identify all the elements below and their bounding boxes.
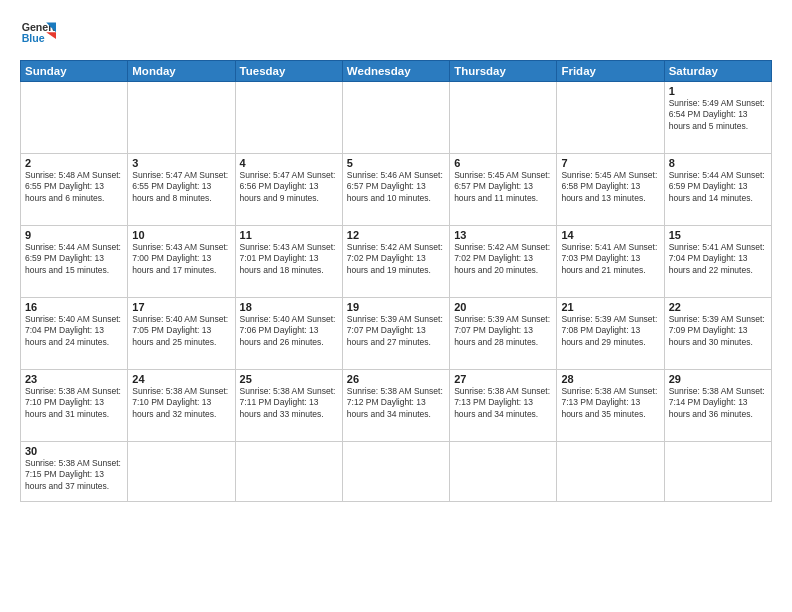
day-number: 4 (240, 157, 338, 169)
calendar-cell (128, 442, 235, 502)
weekday-header-row: SundayMondayTuesdayWednesdayThursdayFrid… (21, 61, 772, 82)
day-number: 8 (669, 157, 767, 169)
weekday-monday: Monday (128, 61, 235, 82)
day-number: 17 (132, 301, 230, 313)
calendar-cell: 1Sunrise: 5:49 AM Sunset: 6:54 PM Daylig… (664, 82, 771, 154)
calendar-table: SundayMondayTuesdayWednesdayThursdayFrid… (20, 60, 772, 502)
day-number: 24 (132, 373, 230, 385)
calendar-cell: 29Sunrise: 5:38 AM Sunset: 7:14 PM Dayli… (664, 370, 771, 442)
calendar-cell: 26Sunrise: 5:38 AM Sunset: 7:12 PM Dayli… (342, 370, 449, 442)
day-number: 20 (454, 301, 552, 313)
day-info: Sunrise: 5:38 AM Sunset: 7:10 PM Dayligh… (25, 386, 123, 420)
day-number: 1 (669, 85, 767, 97)
day-info: Sunrise: 5:40 AM Sunset: 7:05 PM Dayligh… (132, 314, 230, 348)
calendar-week-4: 16Sunrise: 5:40 AM Sunset: 7:04 PM Dayli… (21, 298, 772, 370)
calendar-cell: 3Sunrise: 5:47 AM Sunset: 6:55 PM Daylig… (128, 154, 235, 226)
calendar-cell: 22Sunrise: 5:39 AM Sunset: 7:09 PM Dayli… (664, 298, 771, 370)
calendar-cell: 15Sunrise: 5:41 AM Sunset: 7:04 PM Dayli… (664, 226, 771, 298)
day-info: Sunrise: 5:38 AM Sunset: 7:10 PM Dayligh… (132, 386, 230, 420)
calendar-week-6: 30Sunrise: 5:38 AM Sunset: 7:15 PM Dayli… (21, 442, 772, 502)
day-info: Sunrise: 5:47 AM Sunset: 6:55 PM Dayligh… (132, 170, 230, 204)
day-number: 9 (25, 229, 123, 241)
calendar-cell (21, 82, 128, 154)
calendar-cell: 4Sunrise: 5:47 AM Sunset: 6:56 PM Daylig… (235, 154, 342, 226)
day-number: 15 (669, 229, 767, 241)
calendar-cell: 20Sunrise: 5:39 AM Sunset: 7:07 PM Dayli… (450, 298, 557, 370)
calendar-cell: 13Sunrise: 5:42 AM Sunset: 7:02 PM Dayli… (450, 226, 557, 298)
day-info: Sunrise: 5:38 AM Sunset: 7:13 PM Dayligh… (561, 386, 659, 420)
day-number: 21 (561, 301, 659, 313)
calendar-cell: 2Sunrise: 5:48 AM Sunset: 6:55 PM Daylig… (21, 154, 128, 226)
weekday-thursday: Thursday (450, 61, 557, 82)
day-number: 19 (347, 301, 445, 313)
day-info: Sunrise: 5:39 AM Sunset: 7:09 PM Dayligh… (669, 314, 767, 348)
day-info: Sunrise: 5:40 AM Sunset: 7:06 PM Dayligh… (240, 314, 338, 348)
day-number: 18 (240, 301, 338, 313)
day-number: 22 (669, 301, 767, 313)
day-number: 6 (454, 157, 552, 169)
calendar-cell (128, 82, 235, 154)
calendar-cell (557, 82, 664, 154)
weekday-tuesday: Tuesday (235, 61, 342, 82)
day-info: Sunrise: 5:39 AM Sunset: 7:08 PM Dayligh… (561, 314, 659, 348)
calendar-cell (664, 442, 771, 502)
calendar-cell: 6Sunrise: 5:45 AM Sunset: 6:57 PM Daylig… (450, 154, 557, 226)
calendar-cell: 17Sunrise: 5:40 AM Sunset: 7:05 PM Dayli… (128, 298, 235, 370)
day-info: Sunrise: 5:45 AM Sunset: 6:57 PM Dayligh… (454, 170, 552, 204)
day-info: Sunrise: 5:39 AM Sunset: 7:07 PM Dayligh… (454, 314, 552, 348)
calendar-cell: 7Sunrise: 5:45 AM Sunset: 6:58 PM Daylig… (557, 154, 664, 226)
day-info: Sunrise: 5:41 AM Sunset: 7:04 PM Dayligh… (669, 242, 767, 276)
calendar-cell: 18Sunrise: 5:40 AM Sunset: 7:06 PM Dayli… (235, 298, 342, 370)
calendar-week-5: 23Sunrise: 5:38 AM Sunset: 7:10 PM Dayli… (21, 370, 772, 442)
calendar-cell (235, 442, 342, 502)
day-number: 16 (25, 301, 123, 313)
calendar-cell (557, 442, 664, 502)
calendar-cell: 16Sunrise: 5:40 AM Sunset: 7:04 PM Dayli… (21, 298, 128, 370)
calendar-cell (235, 82, 342, 154)
calendar-cell (342, 82, 449, 154)
calendar-cell: 10Sunrise: 5:43 AM Sunset: 7:00 PM Dayli… (128, 226, 235, 298)
calendar-week-2: 2Sunrise: 5:48 AM Sunset: 6:55 PM Daylig… (21, 154, 772, 226)
calendar-cell (450, 442, 557, 502)
day-info: Sunrise: 5:38 AM Sunset: 7:11 PM Dayligh… (240, 386, 338, 420)
day-number: 30 (25, 445, 123, 457)
calendar-cell: 19Sunrise: 5:39 AM Sunset: 7:07 PM Dayli… (342, 298, 449, 370)
day-info: Sunrise: 5:47 AM Sunset: 6:56 PM Dayligh… (240, 170, 338, 204)
logo: General Blue (20, 16, 56, 52)
day-info: Sunrise: 5:49 AM Sunset: 6:54 PM Dayligh… (669, 98, 767, 132)
day-number: 5 (347, 157, 445, 169)
day-number: 13 (454, 229, 552, 241)
weekday-saturday: Saturday (664, 61, 771, 82)
svg-text:Blue: Blue (22, 32, 45, 44)
day-number: 14 (561, 229, 659, 241)
day-number: 29 (669, 373, 767, 385)
calendar-cell (450, 82, 557, 154)
calendar-cell: 30Sunrise: 5:38 AM Sunset: 7:15 PM Dayli… (21, 442, 128, 502)
weekday-wednesday: Wednesday (342, 61, 449, 82)
day-number: 2 (25, 157, 123, 169)
calendar-cell: 8Sunrise: 5:44 AM Sunset: 6:59 PM Daylig… (664, 154, 771, 226)
day-info: Sunrise: 5:43 AM Sunset: 7:00 PM Dayligh… (132, 242, 230, 276)
day-info: Sunrise: 5:38 AM Sunset: 7:14 PM Dayligh… (669, 386, 767, 420)
page-header: General Blue (20, 16, 772, 52)
day-number: 10 (132, 229, 230, 241)
day-info: Sunrise: 5:44 AM Sunset: 6:59 PM Dayligh… (25, 242, 123, 276)
day-info: Sunrise: 5:45 AM Sunset: 6:58 PM Dayligh… (561, 170, 659, 204)
calendar-cell: 25Sunrise: 5:38 AM Sunset: 7:11 PM Dayli… (235, 370, 342, 442)
day-info: Sunrise: 5:41 AM Sunset: 7:03 PM Dayligh… (561, 242, 659, 276)
calendar-cell: 27Sunrise: 5:38 AM Sunset: 7:13 PM Dayli… (450, 370, 557, 442)
day-info: Sunrise: 5:39 AM Sunset: 7:07 PM Dayligh… (347, 314, 445, 348)
day-info: Sunrise: 5:38 AM Sunset: 7:13 PM Dayligh… (454, 386, 552, 420)
calendar-week-3: 9Sunrise: 5:44 AM Sunset: 6:59 PM Daylig… (21, 226, 772, 298)
calendar-cell: 12Sunrise: 5:42 AM Sunset: 7:02 PM Dayli… (342, 226, 449, 298)
calendar-cell: 24Sunrise: 5:38 AM Sunset: 7:10 PM Dayli… (128, 370, 235, 442)
calendar-cell: 5Sunrise: 5:46 AM Sunset: 6:57 PM Daylig… (342, 154, 449, 226)
day-info: Sunrise: 5:38 AM Sunset: 7:15 PM Dayligh… (25, 458, 123, 492)
calendar-cell (342, 442, 449, 502)
day-info: Sunrise: 5:38 AM Sunset: 7:12 PM Dayligh… (347, 386, 445, 420)
day-number: 3 (132, 157, 230, 169)
calendar-cell: 21Sunrise: 5:39 AM Sunset: 7:08 PM Dayli… (557, 298, 664, 370)
calendar-cell: 14Sunrise: 5:41 AM Sunset: 7:03 PM Dayli… (557, 226, 664, 298)
calendar-cell: 9Sunrise: 5:44 AM Sunset: 6:59 PM Daylig… (21, 226, 128, 298)
day-number: 23 (25, 373, 123, 385)
